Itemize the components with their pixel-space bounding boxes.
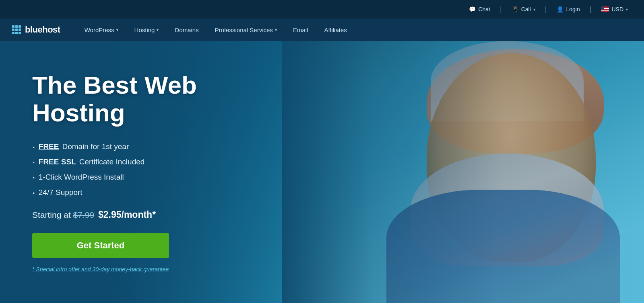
- nav-item-domains[interactable]: Domains: [167, 18, 206, 41]
- main-nav: bluehost WordPress ▾ Hosting ▾ Domains P…: [0, 18, 644, 41]
- call-chevron-icon: ▾: [533, 7, 535, 12]
- nav-label-affiliates: Affiliates: [324, 27, 347, 33]
- hero-section: The Best Web Hosting FREE Domain for 1st…: [0, 41, 644, 303]
- nav-item-hosting[interactable]: Hosting ▾: [126, 18, 167, 41]
- flag-icon: [601, 6, 609, 12]
- nav-item-professional-services[interactable]: Professional Services ▾: [207, 18, 285, 41]
- nav-label-wordpress: WordPress: [85, 27, 114, 33]
- chat-link[interactable]: 💬 Chat: [469, 6, 490, 12]
- nav-label-hosting: Hosting: [134, 27, 155, 33]
- nav-label-domains: Domains: [175, 27, 198, 33]
- professional-services-chevron-icon: ▾: [275, 28, 277, 32]
- feature-wordpress-text: 1-Click WordPress Install: [39, 173, 124, 182]
- divider-3: |: [590, 5, 592, 14]
- nav-item-email[interactable]: Email: [285, 18, 316, 41]
- feature-free-ssl: FREE SSL Certificate Included: [32, 156, 250, 168]
- disclaimer-text[interactable]: * Special intro offer and 30-day money-b…: [32, 266, 250, 272]
- login-link[interactable]: 👤 Login: [556, 6, 580, 12]
- call-link[interactable]: 📱 Call ▾: [512, 6, 535, 12]
- currency-chevron-icon: ▾: [626, 7, 628, 12]
- feature-domain-text: Domain for 1st year: [62, 142, 129, 151]
- feature-support: 24/7 Support: [32, 187, 250, 198]
- top-utility-bar: 💬 Chat | 📱 Call ▾ | 👤 Login | USD ▾: [0, 0, 644, 18]
- cta-button-label: Get Started: [77, 240, 125, 250]
- chat-label: Chat: [478, 6, 490, 12]
- call-label: Call: [521, 6, 531, 12]
- feature-ssl-text: Certificate Included: [79, 158, 145, 166]
- phone-icon: 📱: [512, 6, 519, 12]
- brand-name: bluehost: [25, 25, 60, 35]
- user-icon: 👤: [556, 6, 564, 12]
- hero-features-list: FREE Domain for 1st year FREE SSL Certif…: [32, 141, 250, 198]
- new-price: $2.95/month*: [98, 209, 156, 220]
- hero-title: The Best Web Hosting: [32, 72, 250, 126]
- logo-grid-icon: [12, 25, 21, 34]
- nav-label-professional-services: Professional Services: [215, 27, 273, 33]
- feature-ssl-label: FREE SSL: [39, 158, 76, 166]
- pricing-line: Starting at $7.99 $2.95/month*: [32, 209, 250, 220]
- wordpress-chevron-icon: ▾: [116, 28, 118, 32]
- divider-2: |: [545, 5, 547, 14]
- pricing-prefix: Starting at: [32, 210, 73, 219]
- hosting-chevron-icon: ▾: [157, 28, 159, 32]
- hero-content: The Best Web Hosting FREE Domain for 1st…: [0, 47, 282, 296]
- nav-items: WordPress ▾ Hosting ▾ Domains Profession…: [76, 18, 632, 41]
- divider-1: |: [500, 5, 502, 14]
- logo[interactable]: bluehost: [12, 25, 60, 35]
- get-started-button[interactable]: Get Started: [32, 233, 169, 258]
- nav-label-email: Email: [293, 27, 308, 33]
- feature-free-label: FREE: [39, 142, 59, 151]
- feature-free-domain: FREE Domain for 1st year: [32, 141, 250, 152]
- login-label: Login: [566, 6, 580, 12]
- chat-icon: 💬: [469, 6, 476, 12]
- nav-item-wordpress[interactable]: WordPress ▾: [76, 18, 126, 41]
- nav-item-affiliates[interactable]: Affiliates: [316, 18, 355, 41]
- old-price: $7.99: [73, 210, 95, 219]
- currency-selector[interactable]: USD ▾: [601, 6, 628, 12]
- feature-wordpress: 1-Click WordPress Install: [32, 172, 250, 183]
- hero-overlay: [282, 41, 644, 303]
- currency-label: USD: [611, 6, 623, 12]
- feature-support-text: 24/7 Support: [39, 188, 83, 197]
